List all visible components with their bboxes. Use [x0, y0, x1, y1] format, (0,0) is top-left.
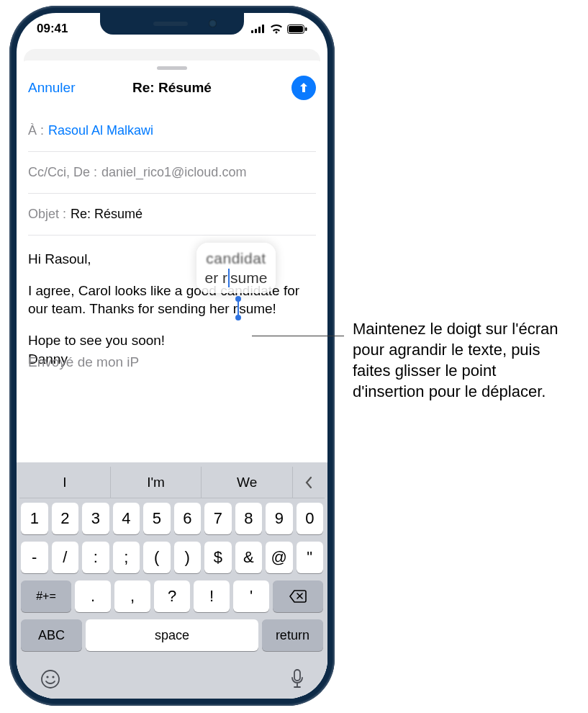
svg-rect-10 [294, 670, 300, 681]
suggestion-1[interactable]: I [19, 467, 111, 498]
key-row-2: - / : ; ( ) $ & @ " [21, 542, 323, 573]
suggestion-3[interactable]: We [202, 467, 293, 498]
keyboard: I I'm We 1 2 3 4 5 6 7 8 9 [17, 462, 327, 699]
key-at[interactable]: @ [266, 542, 293, 573]
key-return[interactable]: return [262, 619, 323, 651]
key-9[interactable]: 9 [266, 503, 293, 534]
key-quote[interactable]: " [297, 542, 324, 573]
svg-rect-2 [258, 27, 261, 33]
key-period[interactable]: . [75, 580, 111, 612]
key-5[interactable]: 5 [143, 503, 171, 534]
key-dollar[interactable]: $ [204, 542, 232, 573]
body-signature-footer: Envoyé de mon iP [28, 353, 139, 372]
chevron-left-icon [304, 475, 314, 490]
key-space[interactable]: space [86, 619, 258, 651]
key-ampersand[interactable]: & [235, 542, 263, 573]
emoji-button[interactable] [40, 668, 61, 690]
send-arrow-icon [297, 81, 310, 94]
key-exclaim[interactable]: ! [194, 580, 230, 612]
key-dash[interactable]: - [21, 542, 48, 573]
header-fields: À : Rasoul Al Malkawi Cc/Cci, De : danie… [17, 110, 327, 236]
keyboard-bottom-bar [19, 658, 325, 690]
nav-bar: Annuler Re: Résumé [17, 70, 327, 110]
iphone-frame: 09:41 Annuler Re: Résumé [9, 6, 335, 706]
body-textarea[interactable]: candidat er rsume Hi Rasoul, I agree, Ca… [17, 236, 327, 368]
subject-label: Objet : [28, 207, 66, 222]
key-row-3: #+= . , ? ! ' [21, 580, 323, 612]
to-recipient[interactable]: Rasoul Al Malkawi [48, 123, 153, 138]
magnifier-line2: er rsume [205, 268, 268, 287]
cc-value: daniel_rico1@icloud.com [101, 165, 246, 180]
key-7[interactable]: 7 [204, 503, 232, 534]
compose-sheet: Annuler Re: Résumé À : Rasoul Al Malkawi… [17, 60, 327, 699]
cc-label: Cc/Cci, De : [28, 165, 97, 180]
to-label: À : [28, 123, 44, 138]
key-paren-open[interactable]: ( [143, 542, 171, 573]
suggestion-bar: I I'm We [19, 467, 325, 498]
callout-leader-line [252, 336, 344, 336]
key-row-4: ABC space return [21, 619, 323, 651]
key-6[interactable]: 6 [174, 503, 202, 534]
key-8[interactable]: 8 [235, 503, 263, 534]
screen: 09:41 Annuler Re: Résumé [17, 13, 327, 699]
suggestion-collapse-button[interactable] [293, 467, 325, 498]
svg-rect-6 [305, 27, 307, 31]
callout-text: Maintenez le doigt sur l'écran pour agra… [353, 318, 569, 402]
key-2[interactable]: 2 [52, 503, 79, 534]
cellular-icon [251, 24, 266, 33]
key-0[interactable]: 0 [297, 503, 324, 534]
cc-field[interactable]: Cc/Cci, De : daniel_rico1@icloud.com [28, 152, 316, 194]
svg-rect-1 [255, 29, 257, 33]
subject-field[interactable]: Objet : Re: Résumé [28, 194, 316, 236]
key-abc[interactable]: ABC [21, 619, 82, 651]
key-slash[interactable]: / [52, 542, 79, 573]
send-button[interactable] [291, 76, 316, 100]
backspace-icon [289, 590, 307, 603]
subject-value: Re: Résumé [71, 207, 143, 222]
key-semicolon[interactable]: ; [113, 542, 140, 573]
key-apostrophe[interactable]: ' [233, 580, 269, 612]
notch [100, 13, 244, 35]
key-comma[interactable]: , [114, 580, 150, 612]
svg-point-9 [52, 676, 54, 678]
dictation-button[interactable] [290, 668, 304, 690]
microphone-icon [290, 668, 304, 690]
svg-rect-3 [262, 24, 264, 33]
svg-rect-0 [251, 30, 253, 33]
battery-icon [287, 24, 307, 34]
text-magnifier: candidat er rsume [196, 243, 276, 293]
emoji-icon [40, 668, 61, 690]
magnifier-line1: candidat [206, 248, 266, 268]
key-colon[interactable]: : [82, 542, 109, 573]
status-right [251, 24, 307, 34]
to-field[interactable]: À : Rasoul Al Malkawi [28, 110, 316, 152]
key-3[interactable]: 3 [82, 503, 109, 534]
insertion-caret[interactable] [238, 300, 239, 316]
svg-point-7 [42, 671, 59, 688]
key-4[interactable]: 4 [113, 503, 140, 534]
key-1[interactable]: 1 [21, 503, 48, 534]
key-row-1: 1 2 3 4 5 6 7 8 9 0 [21, 503, 323, 534]
svg-rect-5 [289, 26, 303, 32]
suggestion-2[interactable]: I'm [111, 467, 202, 498]
wifi-icon [270, 24, 283, 34]
key-symbols[interactable]: #+= [21, 580, 71, 612]
magnifier-caret [228, 269, 230, 287]
key-backspace[interactable] [273, 580, 323, 612]
key-paren-close[interactable]: ) [174, 542, 202, 573]
svg-point-8 [46, 676, 48, 678]
cancel-button[interactable]: Annuler [28, 80, 76, 96]
status-time: 09:41 [37, 22, 68, 36]
key-question[interactable]: ? [154, 580, 190, 612]
